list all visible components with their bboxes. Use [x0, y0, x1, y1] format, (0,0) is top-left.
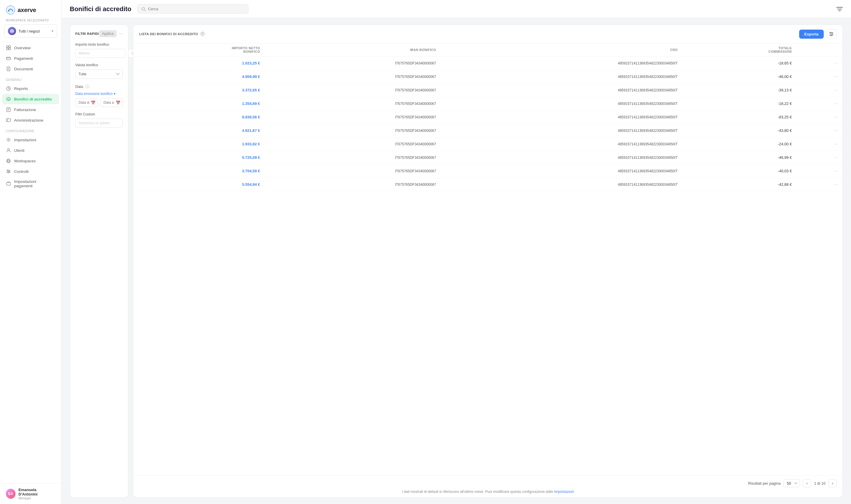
- cell-importo-netto: 3.704,59 €: [133, 164, 265, 178]
- svg-point-39: [830, 32, 831, 33]
- valuta-group: Valuta bonifico Tutte EUR USD GBP: [75, 63, 123, 79]
- cell-importo-netto: 5.554,94 €: [133, 178, 265, 191]
- apply-button[interactable]: Applica: [99, 30, 116, 37]
- filtri-custom-input[interactable]: [75, 119, 123, 127]
- sidebar-item-impostazioni-pagamenti[interactable]: Impostazioni pagamenti: [0, 177, 61, 191]
- sidebar-item-reports-label: Reports: [14, 87, 28, 91]
- documenti-icon: [6, 66, 11, 72]
- table-footer: Risultati per pagina 50 10 25 100 ‹ 1 di…: [133, 475, 843, 497]
- data-group: Data: ⓘ Data emissione bonifico ▾ 📅 📅: [75, 84, 123, 107]
- footer-settings-link[interactable]: Impostazioni: [554, 490, 574, 494]
- row-actions-button[interactable]: ···: [796, 110, 843, 124]
- logo-text: axerve: [18, 7, 36, 14]
- sidebar-item-workspaces-label: Workspaces: [14, 159, 36, 163]
- row-actions-button[interactable]: ···: [796, 151, 843, 164]
- pagamenti-icon: [6, 56, 11, 61]
- page-title: Bonifici di accredito: [70, 5, 131, 13]
- content-area: FILTRI RAPIDI Applica ··· Importo lordo …: [61, 18, 851, 504]
- search-input[interactable]: [148, 7, 244, 11]
- filter-title: FILTRI RAPIDI: [75, 32, 99, 35]
- cell-iban: IT675765DF34340000067: [265, 138, 441, 151]
- cell-iban: IT675765DF34340000067: [265, 97, 441, 110]
- cell-commissioni: -24,00 €: [682, 138, 796, 151]
- search-icon: [142, 7, 146, 11]
- date-from-input[interactable]: [75, 98, 98, 107]
- table-row: 4.959,99 € IT675765DF34340000067 4859157…: [133, 70, 843, 84]
- row-actions-button[interactable]: ···: [796, 124, 843, 138]
- footer-note: I dati mostrati di default si riferiscon…: [139, 490, 837, 494]
- chevron-down-icon: ▾: [52, 29, 53, 33]
- valuta-select[interactable]: Tutte EUR USD GBP: [75, 69, 123, 79]
- cell-commissioni: -39,13 €: [682, 84, 796, 97]
- cell-importo-netto: 1.354,69 €: [133, 97, 265, 110]
- date-inputs: 📅 📅: [75, 98, 123, 107]
- sidebar-item-amministrazione[interactable]: Amministrazione: [0, 115, 61, 125]
- sidebar-item-bonifici-label: Bonifici di accredito: [14, 97, 52, 102]
- cell-commissioni: -46,99 €: [682, 151, 796, 164]
- table-body: 1.023,25 € IT675765DF34340000067 4859157…: [133, 57, 843, 191]
- sidebar-item-controlli[interactable]: Controlli: [0, 166, 61, 177]
- row-actions-button[interactable]: ···: [796, 138, 843, 151]
- filter-actions: Applica ···: [99, 30, 123, 37]
- svg-rect-33: [6, 183, 11, 185]
- top-bar: Bonifici di accredito: [61, 0, 851, 18]
- prev-page-button[interactable]: ‹: [803, 479, 811, 487]
- overview-icon: [6, 45, 11, 50]
- filter-icon[interactable]: [836, 6, 843, 12]
- sidebar-item-overview[interactable]: Overview: [0, 42, 61, 53]
- export-button[interactable]: Esporta: [799, 30, 824, 39]
- filter-header: FILTRI RAPIDI Applica ···: [75, 30, 123, 37]
- row-actions-button[interactable]: ···: [796, 84, 843, 97]
- sidebar-item-utenti[interactable]: Utenti: [0, 145, 61, 156]
- cell-cro: 48591571411369354822300034850IT: [441, 97, 682, 110]
- data-label: Data:: [75, 85, 84, 89]
- cell-cro: 48591571411369354822300034850IT: [441, 138, 682, 151]
- row-actions-button[interactable]: ···: [796, 57, 843, 70]
- cell-importo-netto: 4.921,67 €: [133, 124, 265, 138]
- cell-cro: 48591571411369354822300034850IT: [441, 124, 682, 138]
- date-type-link[interactable]: Data emissione bonifico ▾: [75, 92, 123, 96]
- cell-commissioni: -42,88 €: [682, 178, 796, 191]
- table-row: 3.372,65 € IT675765DF34340000067 4859157…: [133, 84, 843, 97]
- pagination-row: Risultati per pagina 50 10 25 100 ‹ 1 di…: [139, 479, 837, 487]
- importo-min-input[interactable]: [75, 49, 126, 58]
- col-cro: CRO: [441, 43, 682, 57]
- row-actions-button[interactable]: ···: [796, 70, 843, 84]
- edit-columns-button[interactable]: [827, 29, 837, 39]
- cell-cro: 48591571411369354822300034850IT: [441, 84, 682, 97]
- sidebar-item-pagamenti[interactable]: Pagamenti: [0, 53, 61, 64]
- workspace-name: Tutti i negozi: [18, 29, 49, 33]
- table-header-row: IMPORTO NETTOBONIFICO IBAN BONIFICO CRO …: [133, 43, 843, 57]
- cell-commissioni: -40,03 €: [682, 164, 796, 178]
- cell-cro: 48591571411369354822300034850IT: [441, 151, 682, 164]
- sidebar-item-reports[interactable]: Reports: [0, 83, 61, 94]
- row-actions-button[interactable]: ···: [796, 164, 843, 178]
- date-from-wrap: 📅: [75, 98, 98, 107]
- cell-importo-netto: 5.725,09 €: [133, 151, 265, 164]
- workspace-label: WORKSPACE SELEZIONATO: [0, 19, 61, 24]
- filter-more-icon[interactable]: ···: [119, 31, 123, 36]
- table-title: LISTA DEI BONIFICI DI ACCREDITO: [139, 32, 198, 36]
- sidebar-item-amministrazione-label: Amministrazione: [14, 118, 43, 123]
- impostazioni-icon: [6, 137, 11, 142]
- svg-point-0: [6, 5, 15, 14]
- workspace-selector[interactable]: Tutti i negozi ▾: [4, 24, 57, 38]
- date-type-label: Data emissione bonifico: [75, 92, 112, 96]
- sidebar-item-documenti[interactable]: Documenti: [0, 64, 61, 74]
- cell-commissioni: -18,22 €: [682, 97, 796, 110]
- bonifici-icon: [6, 96, 11, 102]
- table-panel: LISTA DEI BONIFICI DI ACCREDITO ⓘ Esport…: [133, 24, 843, 498]
- table-row: 5.725,09 € IT675765DF34340000067 4859157…: [133, 151, 843, 164]
- cell-commissioni: -46,00 €: [682, 70, 796, 84]
- sidebar-item-fatturazione[interactable]: Fatturazione: [0, 104, 61, 115]
- sidebar-item-bonifici[interactable]: Bonifici di accredito: [2, 94, 59, 104]
- row-actions-button[interactable]: ···: [796, 97, 843, 110]
- date-to-input[interactable]: [100, 98, 123, 107]
- sidebar-item-impostazioni[interactable]: Impostazioni: [0, 134, 61, 145]
- next-page-button[interactable]: ›: [829, 479, 837, 487]
- table-row: 1.023,25 € IT675765DF34340000067 4859157…: [133, 57, 843, 70]
- sidebar-item-workspaces[interactable]: Workspaces: [0, 156, 61, 166]
- per-page-select[interactable]: 50 10 25 100: [784, 480, 800, 487]
- row-actions-button[interactable]: ···: [796, 178, 843, 191]
- data-header: Data: ⓘ: [75, 84, 123, 89]
